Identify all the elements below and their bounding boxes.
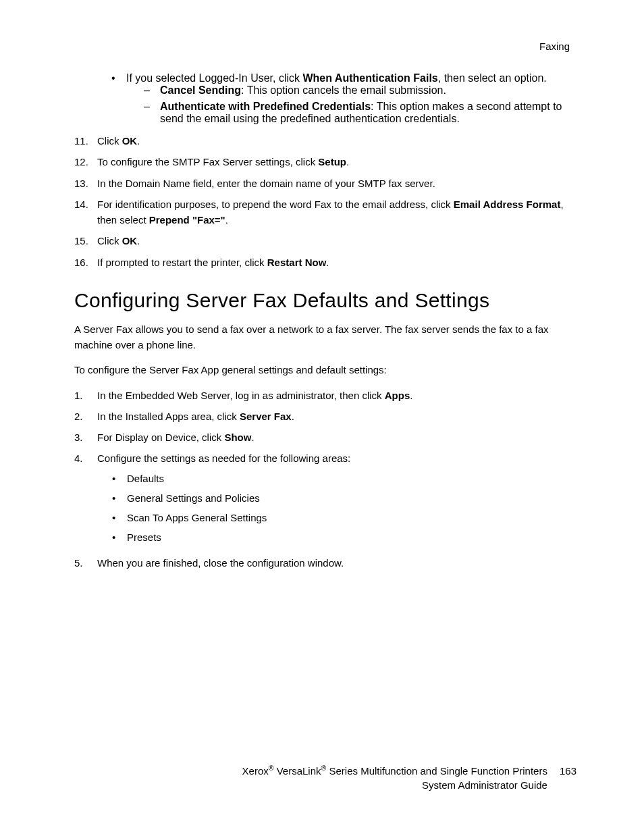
document-page: Faxing • If you selected Logged-In User,… bbox=[0, 0, 644, 834]
step-1: 1.In the Embedded Web Server, log in as … bbox=[74, 388, 576, 403]
bullet-text: Scan To Apps General Settings bbox=[127, 510, 267, 525]
text: . bbox=[410, 390, 412, 401]
text: . bbox=[225, 214, 228, 226]
text: , then select an option. bbox=[438, 72, 547, 84]
text: In the Installed Apps area, click bbox=[97, 411, 240, 422]
footer-line-2: System Administrator Guide163 bbox=[242, 778, 576, 792]
text: If you selected Logged-In User, click bbox=[126, 72, 302, 84]
text: For Display on Device, click bbox=[97, 432, 224, 443]
step-content: In the Embedded Web Server, log in as ad… bbox=[97, 388, 576, 403]
bold-text: Restart Now bbox=[267, 257, 327, 268]
nested-bullet-list: • If you selected Logged-In User, click … bbox=[111, 72, 576, 129]
step-5: 5.When you are finished, close the confi… bbox=[74, 555, 576, 571]
step-13: 13.In the Domain Name field, enter the d… bbox=[74, 176, 576, 191]
section-heading: Configuring Server Fax Defaults and Sett… bbox=[74, 289, 576, 312]
running-header: Faxing bbox=[74, 41, 576, 52]
numbered-list-config: 1.In the Embedded Web Server, log in as … bbox=[74, 388, 576, 571]
step-number: 15. bbox=[74, 233, 97, 249]
bullet-content: If you selected Logged-In User, click Wh… bbox=[126, 72, 576, 129]
bold-text: Show bbox=[224, 432, 251, 443]
footer-line-1: Xerox® VersaLink® Series Multifunction a… bbox=[242, 763, 576, 778]
bold-text: Apps bbox=[385, 390, 410, 401]
step-content: Click OK. bbox=[97, 133, 576, 149]
text: For identification purposes, to prepend … bbox=[97, 199, 454, 210]
step-number: 16. bbox=[74, 255, 97, 270]
step-content: For identification purposes, to prepend … bbox=[97, 197, 576, 228]
step-content: To configure the SMTP Fax Server setting… bbox=[97, 154, 576, 170]
text: System Administrator Guide bbox=[422, 779, 547, 791]
step-content: In the Domain Name field, enter the doma… bbox=[97, 176, 576, 191]
intro-paragraph-1: A Server Fax allows you to send a fax ov… bbox=[74, 321, 576, 353]
intro-paragraph-2: To configure the Server Fax App general … bbox=[74, 362, 576, 377]
step-content: When you are finished, close the configu… bbox=[97, 555, 576, 571]
step-4: 4. Configure the settings as needed for … bbox=[74, 450, 576, 549]
text: If prompted to restart the printer, clic… bbox=[97, 257, 267, 268]
dash-item: – Authenticate with Predefined Credentia… bbox=[144, 101, 576, 125]
step-content: Click OK. bbox=[97, 233, 576, 249]
dash-list: – Cancel Sending: This option cancels th… bbox=[144, 84, 576, 125]
text: Click bbox=[97, 235, 122, 246]
bold-text: OK bbox=[122, 135, 138, 147]
step-content: Configure the settings as needed for the… bbox=[97, 450, 576, 549]
step-content: For Display on Device, click Show. bbox=[97, 429, 576, 445]
sub-bullet: •Presets bbox=[112, 529, 576, 545]
bold-text: When Authentication Fails bbox=[302, 72, 437, 84]
text: . bbox=[251, 432, 254, 443]
dash-content: Cancel Sending: This option cancels the … bbox=[160, 84, 446, 97]
page-footer: Xerox® VersaLink® Series Multifunction a… bbox=[242, 763, 576, 792]
numbered-list-top: 11.Click OK. 12.To configure the SMTP Fa… bbox=[74, 133, 576, 270]
bold-text: Setup bbox=[318, 156, 346, 167]
bullet-icon: • bbox=[111, 72, 126, 129]
sub-bullet: •Defaults bbox=[112, 471, 576, 486]
bullet-text: Presets bbox=[127, 529, 161, 545]
text: To configure the SMTP Fax Server setting… bbox=[97, 156, 318, 167]
page-number: 163 bbox=[560, 764, 576, 778]
bold-text: Authenticate with Predefined Credentials bbox=[160, 101, 371, 112]
step-number: 5. bbox=[74, 555, 97, 571]
step-3: 3.For Display on Device, click Show. bbox=[74, 429, 576, 445]
text: Configure the settings as needed for the… bbox=[97, 452, 350, 464]
text: . bbox=[326, 257, 329, 268]
brand: VersaLink bbox=[274, 765, 321, 777]
registered-icon: ® bbox=[269, 764, 274, 772]
text: . bbox=[137, 235, 140, 246]
step-11: 11.Click OK. bbox=[74, 133, 576, 149]
step-14: 14.For identification purposes, to prepe… bbox=[74, 197, 576, 228]
dash-icon: – bbox=[144, 101, 160, 125]
bold-text: Email Address Format bbox=[454, 199, 561, 210]
bullet-text: General Settings and Policies bbox=[127, 490, 260, 506]
step-number: 2. bbox=[74, 409, 97, 424]
text: . bbox=[137, 135, 140, 147]
step-number: 12. bbox=[74, 154, 97, 170]
step-number: 13. bbox=[74, 176, 97, 191]
sub-bullet: •Scan To Apps General Settings bbox=[112, 510, 576, 525]
step-16: 16.If prompted to restart the printer, c… bbox=[74, 255, 576, 270]
text: : This option cancels the email submissi… bbox=[241, 84, 446, 96]
text: . bbox=[346, 156, 349, 167]
bold-text: OK bbox=[122, 235, 138, 246]
text: Series Multifunction and Single Function… bbox=[326, 765, 547, 777]
step-2: 2.In the Installed Apps area, click Serv… bbox=[74, 409, 576, 424]
brand: Xerox bbox=[242, 765, 269, 777]
sub-bullet-list: •Defaults •General Settings and Policies… bbox=[112, 471, 576, 546]
step-number: 14. bbox=[74, 197, 97, 228]
step-content: In the Installed Apps area, click Server… bbox=[97, 409, 576, 424]
text: Click bbox=[97, 135, 122, 147]
bullet-icon: • bbox=[112, 510, 127, 525]
bullet-text: Defaults bbox=[127, 471, 164, 486]
bold-text: Server Fax bbox=[240, 411, 292, 422]
dash-icon: – bbox=[144, 84, 160, 97]
step-15: 15.Click OK. bbox=[74, 233, 576, 249]
bullet-item: • If you selected Logged-In User, click … bbox=[111, 72, 576, 129]
text: . bbox=[292, 411, 294, 422]
step-number: 1. bbox=[74, 388, 97, 403]
step-content: If prompted to restart the printer, clic… bbox=[97, 255, 576, 270]
step-number: 11. bbox=[74, 133, 97, 149]
step-number: 4. bbox=[74, 450, 97, 549]
bullet-icon: • bbox=[112, 529, 127, 545]
bold-text: Cancel Sending bbox=[160, 84, 241, 96]
dash-content: Authenticate with Predefined Credentials… bbox=[160, 101, 576, 125]
step-12: 12.To configure the SMTP Fax Server sett… bbox=[74, 154, 576, 170]
bullet-icon: • bbox=[112, 490, 127, 506]
text: In the Embedded Web Server, log in as ad… bbox=[97, 390, 385, 401]
